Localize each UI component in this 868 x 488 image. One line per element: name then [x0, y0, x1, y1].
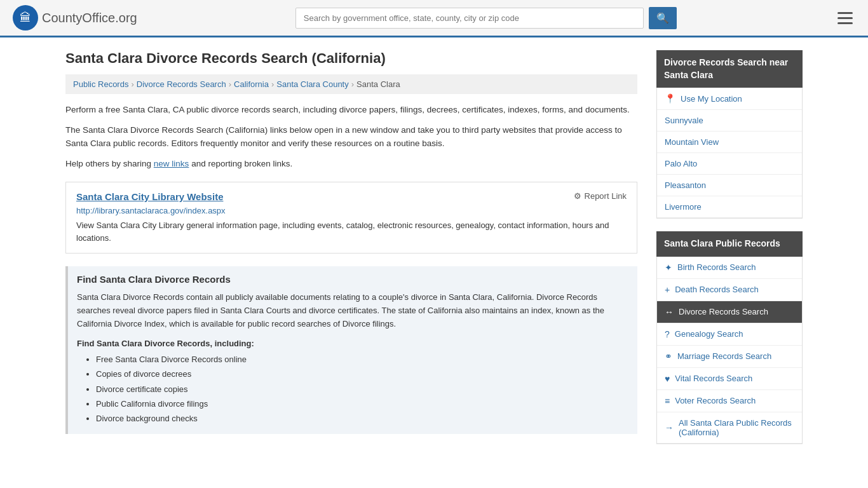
find-list: Free Santa Clara Divorce Records onlineC…	[77, 352, 628, 426]
hamburger-line-1	[837, 12, 853, 14]
find-list-item: Divorce background checks	[96, 411, 628, 426]
breadcrumb-santa-clara: Santa Clara	[356, 79, 400, 89]
sidebar-public-record-link[interactable]: ♥Vital Records Search	[657, 368, 802, 390]
search-input[interactable]	[295, 8, 644, 29]
hamburger-line-2	[837, 17, 853, 19]
resource-title: Santa Clara City Library Website	[76, 191, 223, 202]
location-icon: 📍	[665, 93, 675, 104]
sidebar-record-icon: ≡	[665, 396, 670, 406]
find-list-item: Divorce certificate copies	[96, 382, 628, 396]
resource-card: Santa Clara City Library Website ⚙ Repor…	[65, 182, 637, 254]
use-location-label: Use My Location	[681, 94, 742, 104]
intro-text-3: Help others by sharing new links and rep…	[65, 157, 637, 171]
sidebar-nearby-city-link[interactable]: Palo Alto	[657, 153, 802, 175]
intro3-suffix: and reporting broken links.	[191, 159, 292, 168]
report-link-label: Report Link	[585, 191, 627, 201]
report-link-button[interactable]: ⚙ Report Link	[574, 191, 627, 201]
logo-text: CountyOffice.org	[42, 11, 137, 25]
sidebar-nearby-section: Divorce Records Search near Santa Clara …	[656, 50, 803, 219]
sidebar-nearby-header: Divorce Records Search near Santa Clara	[656, 50, 803, 88]
breadcrumb-sep-3: ›	[271, 79, 274, 89]
sidebar-public-records-links: ✦Birth Records Search+Death Records Sear…	[656, 257, 803, 444]
sidebar-nearby-city-link[interactable]: Livermore	[657, 196, 802, 218]
find-description: Santa Clara Divorce Records contain all …	[77, 291, 628, 330]
site-header: 🏛 CountyOffice.org 🔍	[0, 0, 868, 37]
sidebar-nearby-city-link[interactable]: Sunnyvale	[657, 110, 802, 132]
find-list-item: Free Santa Clara Divorce Records online	[96, 352, 628, 367]
intro-text-1: Perform a free Santa Clara, CA public di…	[65, 103, 637, 117]
sidebar: Divorce Records Search near Santa Clara …	[656, 50, 803, 457]
logo-icon: 🏛	[13, 5, 38, 30]
sidebar-public-record-link[interactable]: +Death Records Search	[657, 279, 802, 301]
sidebar-record-icon: ✦	[665, 262, 672, 273]
sidebar-record-label: All Santa Clara Public Records (Californ…	[679, 418, 794, 437]
sidebar-record-label: Death Records Search	[675, 285, 759, 294]
sidebar-nearby-city-link[interactable]: Pleasanton	[657, 175, 802, 196]
sidebar-record-label: Divorce Records Search	[679, 307, 768, 316]
sidebar-public-records-header: Santa Clara Public Records	[656, 231, 803, 257]
sidebar-record-icon: ♥	[665, 374, 670, 384]
sidebar-record-icon: →	[665, 423, 674, 433]
breadcrumb-sep-2: ›	[229, 79, 231, 89]
sidebar-nearby-links: 📍 Use My Location SunnyvaleMountain View…	[656, 88, 803, 219]
content-area: Santa Clara Divorce Records Search (Cali…	[65, 50, 637, 457]
find-list-item: Copies of divorce decrees	[96, 367, 628, 381]
breadcrumb-santa-clara-county[interactable]: Santa Clara County	[276, 79, 348, 89]
hamburger-line-3	[837, 22, 853, 24]
breadcrumb-divorce-records-search[interactable]: Divorce Records Search	[137, 79, 226, 89]
resource-url[interactable]: http://library.santaclaraca.gov/index.as…	[76, 206, 627, 215]
page-title: Santa Clara Divorce Records Search (Cali…	[65, 50, 637, 67]
use-my-location-link[interactable]: 📍 Use My Location	[657, 88, 802, 110]
report-link-icon: ⚙	[574, 191, 581, 201]
sidebar-record-label: Birth Records Search	[677, 262, 756, 272]
breadcrumb-sep-1: ›	[131, 79, 133, 89]
intro3-prefix: Help others by sharing	[65, 159, 151, 168]
breadcrumb-california[interactable]: California	[234, 79, 269, 89]
resource-title-link[interactable]: Santa Clara City Library Website	[76, 191, 223, 202]
sidebar-record-icon: ⚭	[665, 351, 672, 362]
sidebar-record-icon: ?	[665, 329, 670, 339]
sidebar-record-label: Vital Records Search	[675, 374, 752, 383]
sidebar-public-record-link[interactable]: →All Santa Clara Public Records (Califor…	[657, 412, 802, 444]
search-area: 🔍	[295, 7, 677, 29]
sidebar-record-label: Marriage Records Search	[677, 351, 771, 361]
sidebar-record-icon: ↔	[665, 307, 674, 317]
resource-card-header: Santa Clara City Library Website ⚙ Repor…	[76, 191, 627, 202]
intro-text-2: The Santa Clara Divorce Records Search (…	[65, 123, 637, 151]
logo-name: CountyOffice	[42, 11, 115, 25]
logo[interactable]: 🏛 CountyOffice.org	[13, 5, 137, 30]
sidebar-public-record-link[interactable]: ?Genealogy Search	[657, 323, 802, 346]
new-links-link[interactable]: new links	[154, 159, 189, 168]
find-section-title: Find Santa Clara Divorce Records	[77, 274, 628, 285]
search-button[interactable]: 🔍	[649, 7, 677, 29]
hamburger-menu-button[interactable]	[835, 10, 855, 27]
resource-description: View Santa Clara City Library general in…	[76, 219, 627, 244]
sidebar-public-record-link[interactable]: ✦Birth Records Search	[657, 257, 802, 279]
main-container: Santa Clara Divorce Records Search (Cali…	[53, 37, 815, 470]
sidebar-public-record-link[interactable]: ↔Divorce Records Search	[657, 301, 802, 323]
find-list-item: Public California divorce filings	[96, 396, 628, 411]
find-section: Find Santa Clara Divorce Records Santa C…	[65, 266, 637, 433]
sidebar-record-label: Voter Records Search	[675, 396, 756, 405]
find-includes-title: Find Santa Clara Divorce Records, includ…	[77, 339, 628, 348]
sidebar-public-records-section: Santa Clara Public Records ✦Birth Record…	[656, 231, 803, 444]
breadcrumb-sep-4: ›	[351, 79, 354, 89]
sidebar-record-label: Genealogy Search	[675, 329, 743, 339]
breadcrumb-public-records[interactable]: Public Records	[73, 79, 128, 89]
breadcrumb: Public Records › Divorce Records Search …	[65, 74, 637, 94]
sidebar-nearby-city-link[interactable]: Mountain View	[657, 132, 802, 153]
sidebar-record-icon: +	[665, 285, 670, 295]
sidebar-public-record-link[interactable]: ≡Voter Records Search	[657, 390, 802, 412]
sidebar-public-record-link[interactable]: ⚭Marriage Records Search	[657, 346, 802, 368]
logo-ext: .org	[115, 11, 137, 25]
